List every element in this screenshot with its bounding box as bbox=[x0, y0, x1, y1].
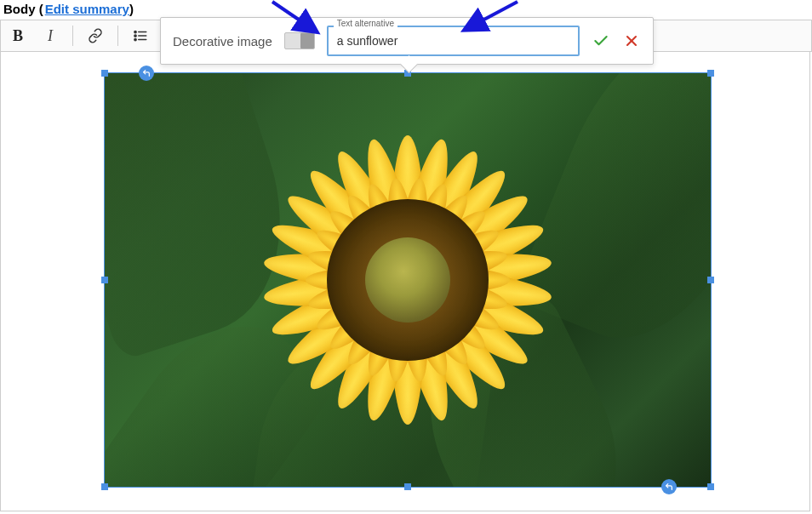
annotation-arrow-right bbox=[449, 0, 526, 36]
svg-line-8 bbox=[272, 2, 315, 31]
bold-icon: B bbox=[13, 27, 23, 45]
toolbar-divider bbox=[117, 26, 118, 46]
return-arrow-icon bbox=[665, 483, 673, 491]
editor-content-area[interactable] bbox=[0, 52, 810, 511]
resize-handle-middle-left[interactable] bbox=[101, 277, 108, 283]
confirm-button[interactable] bbox=[592, 31, 610, 50]
italic-icon: I bbox=[48, 27, 53, 45]
resize-handle-bottom-left[interactable] bbox=[101, 483, 108, 490]
insert-paragraph-after-button[interactable] bbox=[661, 479, 677, 494]
body-label: Body bbox=[3, 2, 36, 16]
bullet-list-icon bbox=[133, 28, 148, 43]
insert-paragraph-before-button[interactable] bbox=[139, 66, 154, 81]
cancel-button[interactable] bbox=[622, 31, 641, 50]
image-alt-popup: Decorative image Text alternative bbox=[160, 17, 654, 65]
check-icon bbox=[592, 32, 609, 49]
italic-button[interactable]: I bbox=[38, 24, 62, 48]
svg-point-1 bbox=[134, 35, 136, 37]
link-button[interactable] bbox=[83, 24, 107, 48]
alt-text-legend: Text alternative bbox=[334, 19, 397, 28]
svg-point-2 bbox=[134, 38, 136, 40]
return-arrow-icon bbox=[142, 69, 151, 77]
resize-handle-middle-right[interactable] bbox=[707, 277, 714, 283]
toolbar-divider bbox=[72, 26, 73, 46]
decorative-image-label: Decorative image bbox=[173, 34, 272, 49]
edit-summary-link[interactable]: Edit summary bbox=[45, 2, 129, 16]
svg-line-9 bbox=[466, 2, 518, 29]
annotation-arrow-left bbox=[264, 0, 340, 37]
resize-handle-top-left[interactable] bbox=[101, 70, 108, 77]
link-icon bbox=[88, 28, 103, 43]
bold-button[interactable]: B bbox=[6, 24, 30, 48]
resize-handle-bottom-right[interactable] bbox=[707, 483, 714, 490]
image-selection-frame[interactable] bbox=[104, 72, 712, 488]
close-icon bbox=[623, 32, 640, 49]
resize-handle-top-right[interactable] bbox=[707, 70, 714, 77]
resize-handle-bottom-middle[interactable] bbox=[404, 483, 411, 490]
selected-image[interactable] bbox=[105, 73, 711, 487]
svg-point-0 bbox=[134, 31, 136, 32]
bullet-list-button[interactable] bbox=[129, 24, 152, 48]
